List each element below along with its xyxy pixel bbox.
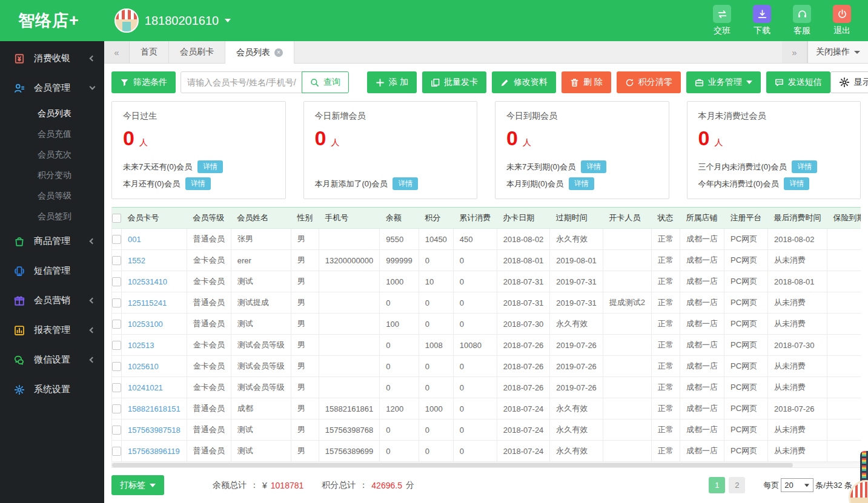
detail-link[interactable]: 详情: [784, 177, 809, 190]
gift-icon: [13, 295, 25, 307]
cell-card[interactable]: 125115241: [122, 292, 187, 314]
tabs-scroll-right-button[interactable]: »: [782, 41, 807, 63]
row-checkbox[interactable]: [112, 320, 121, 329]
download-icon: [753, 5, 771, 23]
row-checkbox[interactable]: [112, 256, 121, 265]
sidebar-item-2[interactable]: 商品管理: [0, 226, 104, 256]
horizontal-scrollbar[interactable]: [111, 462, 861, 468]
cell-platform: PC网页: [724, 229, 768, 250]
filter-button[interactable]: 筛选条件: [111, 71, 176, 93]
tab-member-swipe[interactable]: 会员刷卡: [169, 41, 225, 63]
cell-balance: 1200: [380, 398, 419, 419]
cell-open_date: 2018-07-26: [497, 377, 550, 398]
floating-service-widget[interactable]: [844, 451, 868, 499]
topbar-action-退出[interactable]: 退出: [833, 5, 851, 36]
cell-card[interactable]: 102513: [122, 335, 187, 356]
cell-card[interactable]: 158821618151: [122, 398, 187, 419]
sidebar-item-1[interactable]: 会员管理: [0, 73, 104, 103]
cell-expire: 永久有效: [550, 314, 603, 335]
account-phone: 18180201610: [145, 14, 219, 28]
topbar: 智络店+ 18180201610 交班下载客服退出: [0, 0, 868, 41]
account-menu[interactable]: 18180201610: [114, 8, 231, 33]
cell-balance: 100: [380, 314, 419, 335]
sidebar-subitem-会员充次[interactable]: 会员充次: [0, 144, 104, 165]
sidebar-subitem-会员签到[interactable]: 会员签到: [0, 206, 104, 226]
edit-icon: [500, 78, 509, 87]
detail-link[interactable]: 详情: [581, 160, 606, 173]
tabs-scroll-left-button[interactable]: «: [104, 41, 130, 63]
cell-open_date: 2018-08-01: [497, 250, 550, 271]
sidebar-item-4[interactable]: 会员营销: [0, 286, 104, 315]
stat-card-value-row: 0人: [123, 128, 274, 148]
search-button[interactable]: 查询: [302, 71, 349, 93]
topbar-action-label: 客服: [793, 25, 810, 36]
page-button-1[interactable]: 1: [709, 477, 725, 493]
detail-link[interactable]: 详情: [185, 177, 211, 190]
search-input[interactable]: [181, 71, 303, 93]
tab-member-list[interactable]: 会员列表 ×: [225, 41, 294, 64]
toolbar-button-添加[interactable]: 添 加: [367, 71, 417, 93]
cell-card[interactable]: 157563896119: [122, 441, 187, 462]
print-tag-dropdown[interactable]: 打标签: [111, 475, 164, 495]
stat-card-line: 本月到期(0)会员详情: [506, 177, 658, 190]
cell-phone: [319, 356, 380, 377]
toolbar-button-批量发卡[interactable]: 批量发卡: [422, 71, 486, 93]
close-icon[interactable]: ×: [274, 48, 283, 57]
display-columns-button[interactable]: 显示条目: [830, 71, 868, 93]
cell-card[interactable]: 1552: [122, 250, 187, 271]
cell-status: 正常: [652, 292, 680, 314]
detail-link[interactable]: 详情: [393, 177, 418, 190]
sidebar-item-6[interactable]: 微信设置: [0, 345, 104, 375]
cell-level: 普通会员: [187, 398, 231, 419]
cell-open_date: 2018-07-24: [497, 398, 550, 419]
row-checkbox[interactable]: [112, 277, 121, 286]
detail-link[interactable]: 详情: [792, 160, 817, 173]
sidebar-item-7[interactable]: 系统设置: [0, 375, 104, 404]
toolbar-button-删除[interactable]: 删 除: [562, 71, 611, 93]
cell-card[interactable]: 10253100: [122, 314, 187, 335]
sidebar-subitem-会员充值[interactable]: 会员充值: [0, 123, 104, 144]
cell-balance: 0: [380, 419, 419, 441]
cell-card[interactable]: 157563987518: [122, 419, 187, 441]
cell-card[interactable]: 001: [122, 229, 187, 250]
cell-card[interactable]: 10241021: [122, 377, 187, 398]
row-checkbox[interactable]: [112, 426, 121, 435]
cell-operator: [603, 441, 651, 462]
stat-cards: 今日过生0人未来7天还有(0)会员详情本月还有(0)会员详情今日新增会员0人本月…: [111, 101, 861, 199]
sidebar-item-3[interactable]: 短信管理: [0, 256, 104, 286]
sidebar-item-0[interactable]: 消费收银: [0, 44, 104, 73]
row-checkbox[interactable]: [112, 447, 121, 456]
select-all-checkbox[interactable]: [112, 214, 121, 223]
topbar-action-下载[interactable]: 下载: [753, 5, 771, 36]
sidebar-subitem-积分变动[interactable]: 积分变动: [0, 165, 104, 185]
detail-link[interactable]: 详情: [197, 160, 223, 173]
toolbar-button-业务管理[interactable]: 业务管理: [686, 71, 761, 93]
row-checkbox[interactable]: [112, 341, 121, 350]
topbar-action-客服[interactable]: 客服: [793, 5, 811, 36]
close-operations-dropdown[interactable]: 关闭操作: [807, 41, 868, 63]
row-checkbox[interactable]: [112, 404, 121, 413]
row-checkbox[interactable]: [112, 235, 121, 244]
row-checkbox[interactable]: [112, 362, 121, 371]
page-button-2[interactable]: 2: [729, 477, 745, 493]
detail-link[interactable]: 详情: [569, 177, 594, 190]
scrollbar-thumb[interactable]: [112, 463, 793, 467]
row-checkbox[interactable]: [112, 383, 121, 392]
cell-platform: PC网页: [724, 441, 768, 462]
cell-card[interactable]: 102531410: [122, 271, 187, 292]
sidebar-subitem-会员列表[interactable]: 会员列表: [0, 103, 104, 123]
cell-points: 10450: [419, 229, 453, 250]
toolbar-button-发送短信[interactable]: 发送短信: [766, 71, 830, 93]
cell-card[interactable]: 1025610: [122, 356, 187, 377]
chat-icon: [775, 78, 784, 87]
toolbar-button-修改资料[interactable]: 修改资料: [492, 71, 556, 93]
tab-home[interactable]: 首页: [130, 41, 169, 63]
toolbar-button-积分清零[interactable]: 积分清零: [617, 71, 681, 93]
cell-last_spend: 从未消费: [768, 292, 827, 314]
shop-avatar[interactable]: [849, 480, 868, 503]
per-page-select[interactable]: 20: [781, 478, 813, 492]
topbar-action-交班[interactable]: 交班: [713, 5, 731, 36]
sidebar-item-5[interactable]: 报表管理: [0, 315, 104, 345]
sidebar-subitem-会员等级[interactable]: 会员等级: [0, 185, 104, 206]
row-checkbox[interactable]: [112, 298, 121, 307]
